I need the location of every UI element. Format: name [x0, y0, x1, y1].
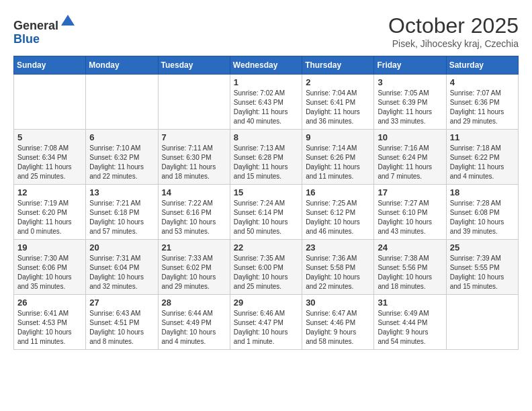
calendar-week-row: 1Sunrise: 7:02 AM Sunset: 6:43 PM Daylig…	[14, 75, 519, 130]
day-info: Sunrise: 7:38 AM Sunset: 5:56 PM Dayligh…	[378, 254, 442, 291]
weekday-header: Sunday	[14, 56, 86, 75]
calendar-cell: 8Sunrise: 7:13 AM Sunset: 6:28 PM Daylig…	[230, 130, 302, 185]
calendar-cell: 11Sunrise: 7:18 AM Sunset: 6:22 PM Dayli…	[446, 130, 518, 185]
day-info: Sunrise: 7:07 AM Sunset: 6:36 PM Dayligh…	[450, 89, 515, 126]
calendar-cell	[158, 75, 230, 130]
calendar-cell: 31Sunrise: 6:49 AM Sunset: 4:44 PM Dayli…	[374, 295, 446, 350]
calendar-cell: 9Sunrise: 7:14 AM Sunset: 6:26 PM Daylig…	[302, 130, 374, 185]
day-number: 6	[89, 132, 154, 142]
calendar-cell: 16Sunrise: 7:25 AM Sunset: 6:12 PM Dayli…	[302, 185, 374, 240]
weekday-header: Thursday	[302, 56, 374, 75]
calendar-cell: 19Sunrise: 7:30 AM Sunset: 6:06 PM Dayli…	[14, 240, 86, 295]
day-info: Sunrise: 7:16 AM Sunset: 6:24 PM Dayligh…	[378, 144, 442, 181]
day-number: 28	[162, 298, 226, 308]
day-info: Sunrise: 7:28 AM Sunset: 6:08 PM Dayligh…	[450, 199, 515, 236]
day-number: 30	[306, 298, 370, 308]
calendar: SundayMondayTuesdayWednesdayThursdayFrid…	[13, 56, 519, 350]
day-info: Sunrise: 6:41 AM Sunset: 4:53 PM Dayligh…	[17, 309, 82, 347]
calendar-cell: 17Sunrise: 7:27 AM Sunset: 6:10 PM Dayli…	[374, 185, 446, 240]
day-number: 22	[234, 242, 298, 253]
day-number: 1	[234, 77, 298, 87]
day-number: 16	[306, 187, 370, 197]
calendar-cell: 1Sunrise: 7:02 AM Sunset: 6:43 PM Daylig…	[230, 75, 302, 130]
calendar-cell: 15Sunrise: 7:24 AM Sunset: 6:14 PM Dayli…	[230, 185, 302, 240]
day-info: Sunrise: 7:36 AM Sunset: 5:58 PM Dayligh…	[306, 254, 370, 291]
day-number: 7	[162, 132, 226, 142]
day-number: 20	[89, 242, 154, 253]
day-number: 14	[162, 187, 226, 197]
calendar-cell: 24Sunrise: 7:38 AM Sunset: 5:56 PM Dayli…	[374, 240, 446, 295]
day-info: Sunrise: 7:35 AM Sunset: 6:00 PM Dayligh…	[234, 254, 298, 291]
weekday-header: Wednesday	[230, 56, 302, 75]
day-info: Sunrise: 7:27 AM Sunset: 6:10 PM Dayligh…	[378, 199, 442, 236]
calendar-cell	[86, 75, 158, 130]
day-number: 26	[17, 298, 82, 308]
day-number: 2	[306, 77, 370, 87]
day-number: 9	[306, 132, 370, 142]
calendar-cell: 20Sunrise: 7:31 AM Sunset: 6:04 PM Dayli…	[86, 240, 158, 295]
day-info: Sunrise: 7:24 AM Sunset: 6:14 PM Dayligh…	[234, 199, 298, 236]
day-info: Sunrise: 6:44 AM Sunset: 4:49 PM Dayligh…	[162, 309, 226, 347]
day-info: Sunrise: 7:19 AM Sunset: 6:20 PM Dayligh…	[17, 199, 82, 236]
calendar-cell: 28Sunrise: 6:44 AM Sunset: 4:49 PM Dayli…	[158, 295, 230, 350]
day-number: 27	[89, 298, 154, 308]
day-info: Sunrise: 7:11 AM Sunset: 6:30 PM Dayligh…	[162, 144, 226, 181]
day-info: Sunrise: 6:43 AM Sunset: 4:51 PM Dayligh…	[89, 309, 154, 347]
day-info: Sunrise: 7:08 AM Sunset: 6:34 PM Dayligh…	[17, 144, 82, 181]
day-info: Sunrise: 6:46 AM Sunset: 4:47 PM Dayligh…	[234, 309, 298, 347]
day-number: 10	[378, 132, 442, 142]
day-info: Sunrise: 6:49 AM Sunset: 4:44 PM Dayligh…	[378, 309, 442, 347]
logo: General Blue	[13, 13, 76, 46]
calendar-cell: 13Sunrise: 7:21 AM Sunset: 6:18 PM Dayli…	[86, 185, 158, 240]
calendar-week-row: 5Sunrise: 7:08 AM Sunset: 6:34 PM Daylig…	[14, 130, 519, 185]
calendar-week-row: 12Sunrise: 7:19 AM Sunset: 6:20 PM Dayli…	[14, 185, 519, 240]
day-info: Sunrise: 7:18 AM Sunset: 6:22 PM Dayligh…	[450, 144, 515, 181]
month-title: October 2025	[388, 13, 519, 38]
logo-icon	[60, 13, 76, 30]
calendar-cell: 5Sunrise: 7:08 AM Sunset: 6:34 PM Daylig…	[14, 130, 86, 185]
day-number: 15	[234, 187, 298, 197]
calendar-cell: 12Sunrise: 7:19 AM Sunset: 6:20 PM Dayli…	[14, 185, 86, 240]
calendar-cell: 21Sunrise: 7:33 AM Sunset: 6:02 PM Dayli…	[158, 240, 230, 295]
calendar-cell: 14Sunrise: 7:22 AM Sunset: 6:16 PM Dayli…	[158, 185, 230, 240]
day-info: Sunrise: 7:33 AM Sunset: 6:02 PM Dayligh…	[162, 254, 226, 291]
day-info: Sunrise: 7:30 AM Sunset: 6:06 PM Dayligh…	[17, 254, 82, 291]
day-info: Sunrise: 7:39 AM Sunset: 5:55 PM Dayligh…	[450, 254, 515, 291]
header: General Blue October 2025 Pisek, Jihoces…	[13, 13, 519, 49]
day-info: Sunrise: 7:14 AM Sunset: 6:26 PM Dayligh…	[306, 144, 370, 181]
calendar-cell: 26Sunrise: 6:41 AM Sunset: 4:53 PM Dayli…	[14, 295, 86, 350]
day-info: Sunrise: 7:02 AM Sunset: 6:43 PM Dayligh…	[234, 89, 298, 126]
day-info: Sunrise: 7:13 AM Sunset: 6:28 PM Dayligh…	[234, 144, 298, 181]
day-info: Sunrise: 7:04 AM Sunset: 6:41 PM Dayligh…	[306, 89, 370, 126]
day-number: 11	[450, 132, 515, 142]
day-number: 21	[162, 242, 226, 253]
calendar-cell: 3Sunrise: 7:05 AM Sunset: 6:39 PM Daylig…	[374, 75, 446, 130]
weekday-header: Monday	[86, 56, 158, 75]
calendar-cell: 29Sunrise: 6:46 AM Sunset: 4:47 PM Dayli…	[230, 295, 302, 350]
weekday-header: Tuesday	[158, 56, 230, 75]
day-info: Sunrise: 7:21 AM Sunset: 6:18 PM Dayligh…	[89, 199, 154, 236]
location: Pisek, Jihocesky kraj, Czechia	[388, 38, 519, 49]
calendar-cell: 4Sunrise: 7:07 AM Sunset: 6:36 PM Daylig…	[446, 75, 518, 130]
day-number: 17	[378, 187, 442, 197]
day-info: Sunrise: 7:10 AM Sunset: 6:32 PM Dayligh…	[89, 144, 154, 181]
day-info: Sunrise: 7:31 AM Sunset: 6:04 PM Dayligh…	[89, 254, 154, 291]
day-number: 3	[378, 77, 442, 87]
day-number: 31	[378, 298, 442, 308]
weekday-header: Friday	[374, 56, 446, 75]
day-number: 4	[450, 77, 515, 87]
logo-general: General	[13, 19, 58, 32]
day-number: 29	[234, 298, 298, 308]
day-number: 18	[450, 187, 515, 197]
calendar-cell: 2Sunrise: 7:04 AM Sunset: 6:41 PM Daylig…	[302, 75, 374, 130]
day-number: 13	[89, 187, 154, 197]
calendar-cell	[14, 75, 86, 130]
day-number: 5	[17, 132, 82, 142]
weekday-header-row: SundayMondayTuesdayWednesdayThursdayFrid…	[14, 56, 519, 75]
calendar-cell	[446, 295, 518, 350]
calendar-week-row: 26Sunrise: 6:41 AM Sunset: 4:53 PM Dayli…	[14, 295, 519, 350]
title-area: October 2025 Pisek, Jihocesky kraj, Czec…	[388, 13, 519, 49]
day-number: 8	[234, 132, 298, 142]
calendar-cell: 23Sunrise: 7:36 AM Sunset: 5:58 PM Dayli…	[302, 240, 374, 295]
day-info: Sunrise: 7:22 AM Sunset: 6:16 PM Dayligh…	[162, 199, 226, 236]
